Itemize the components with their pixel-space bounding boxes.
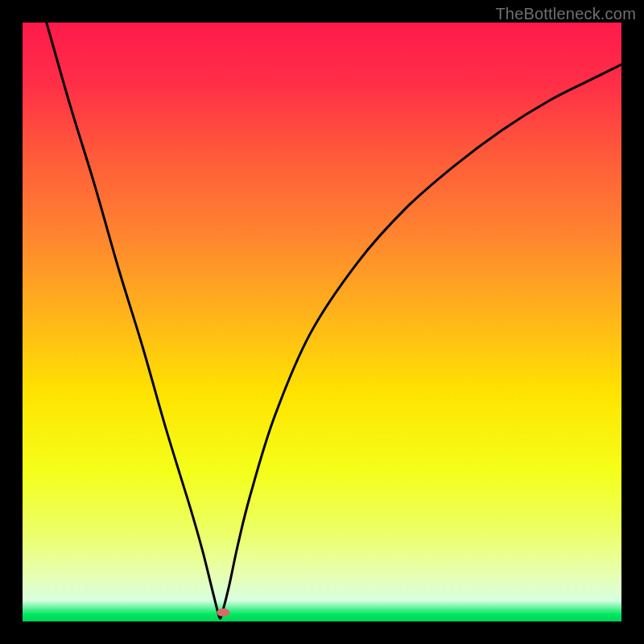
watermark-text: TheBottleneck.com bbox=[495, 5, 636, 23]
gradient-background bbox=[23, 23, 621, 621]
marker-point bbox=[217, 609, 229, 617]
chart-frame: TheBottleneck.com bbox=[0, 0, 644, 644]
bottleneck-plot bbox=[23, 23, 621, 621]
plot-area bbox=[23, 23, 621, 621]
